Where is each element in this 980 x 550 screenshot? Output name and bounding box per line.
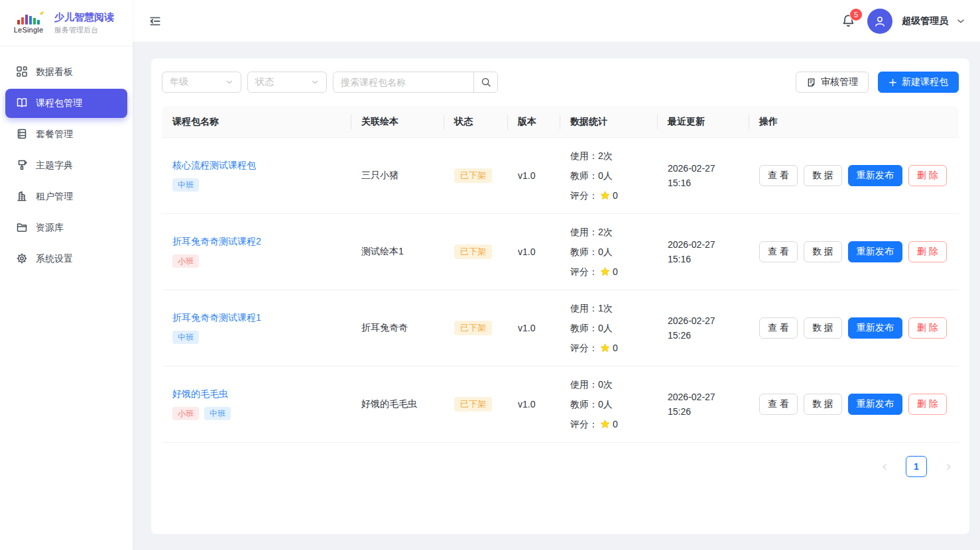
teacher-count: 0人 bbox=[598, 318, 613, 338]
data-button[interactable]: 数 据 bbox=[804, 241, 842, 262]
linked-book: 折耳兔奇奇 bbox=[351, 322, 444, 334]
tenant-building-icon bbox=[16, 190, 28, 204]
table-row: 折耳兔奇奇测试课程1 中班 折耳兔奇奇 已下架 v1.0 使用：1次 教师：0人… bbox=[162, 290, 959, 366]
table-row: 好饿的毛毛虫 小班 中班 好饿的毛毛虫 已下架 v1.0 使用：0次 教师：0人… bbox=[162, 366, 959, 443]
avatar[interactable] bbox=[867, 9, 892, 34]
delete-button[interactable]: 删 除 bbox=[908, 394, 947, 415]
rating-value: 0 bbox=[613, 338, 618, 358]
rating-value: 0 bbox=[613, 414, 618, 434]
create-course-package-button[interactable]: 新建课程包 bbox=[878, 72, 959, 93]
grade-tag: 中班 bbox=[172, 178, 199, 192]
view-button[interactable]: 查 看 bbox=[759, 394, 798, 415]
menu-fold-icon[interactable] bbox=[149, 15, 162, 28]
star-icon bbox=[599, 343, 611, 354]
table-row: 核心流程测试课程包 中班 三只小猪 已下架 v1.0 使用：2次 教师：0人 评… bbox=[162, 138, 959, 214]
package-name-link[interactable]: 核心流程测试课程包 bbox=[172, 160, 340, 172]
sidebar-item-theme-dictionary[interactable]: 主题字典 bbox=[5, 151, 127, 180]
current-user-name[interactable]: 超级管理员 bbox=[902, 15, 948, 27]
updated-time: 15:16 bbox=[668, 176, 738, 190]
sidebar-item-tenants[interactable]: 租户管理 bbox=[5, 182, 127, 211]
package-icon bbox=[16, 128, 28, 142]
sidebar-item-label: 主题字典 bbox=[36, 160, 73, 172]
dashboard-icon bbox=[16, 66, 28, 80]
delete-button[interactable]: 删 除 bbox=[908, 241, 947, 262]
chevron-down-icon bbox=[225, 78, 233, 86]
sidebar-item-label: 资源库 bbox=[36, 222, 64, 234]
column-header: 版本 bbox=[507, 116, 560, 128]
table-header-row: 课程包名称 关联绘本 状态 版本 数据统计 最近更新 操作 bbox=[162, 106, 959, 138]
view-button[interactable]: 查 看 bbox=[759, 317, 798, 339]
updated-time: 15:26 bbox=[668, 404, 738, 419]
status-badge: 已下架 bbox=[454, 168, 492, 183]
top-header: 5 超级管理员 bbox=[133, 0, 980, 42]
updated-date: 2026-02-27 bbox=[668, 313, 738, 328]
sidebar-item-resources[interactable]: 资源库 bbox=[5, 213, 127, 243]
course-package-table: 课程包名称 关联绘本 状态 版本 数据统计 最近更新 操作 核心流程测试课程包 … bbox=[162, 106, 959, 443]
search-icon[interactable] bbox=[473, 72, 497, 92]
data-button[interactable]: 数 据 bbox=[804, 317, 842, 339]
course-package-panel: 年级 状态 审核管理 新建课程包 bbox=[151, 58, 969, 534]
teacher-count: 0人 bbox=[598, 166, 613, 186]
page-number-current[interactable]: 1 bbox=[906, 456, 927, 477]
pagination: 1 bbox=[162, 456, 959, 477]
sidebar-item-label: 数据看板 bbox=[36, 66, 73, 78]
search-box bbox=[333, 72, 498, 93]
delete-button[interactable]: 删 除 bbox=[908, 317, 947, 339]
app-title: 少儿智慧阅读 bbox=[54, 11, 114, 24]
package-name-link[interactable]: 折耳兔奇奇测试课程2 bbox=[172, 236, 340, 248]
republish-button[interactable]: 重新发布 bbox=[848, 317, 902, 339]
star-icon bbox=[599, 419, 611, 430]
search-input[interactable] bbox=[334, 72, 473, 92]
usage-count: 2次 bbox=[598, 222, 613, 242]
usage-count: 2次 bbox=[598, 146, 613, 166]
linked-book: 测试绘本1 bbox=[351, 246, 444, 258]
sidebar-menu: 数据看板 课程包管理 套餐管理 主题字典 租户管理 资源库 系统设置 bbox=[0, 46, 133, 274]
status-badge: 已下架 bbox=[454, 397, 492, 412]
republish-button[interactable]: 重新发布 bbox=[848, 165, 902, 186]
filter-bar: 年级 状态 审核管理 新建课程包 bbox=[162, 72, 959, 93]
status-badge: 已下架 bbox=[454, 245, 492, 259]
sidebar-item-course-packages[interactable]: 课程包管理 bbox=[5, 89, 127, 118]
package-name-link[interactable]: 折耳兔奇奇测试课程1 bbox=[172, 312, 340, 324]
data-button[interactable]: 数 据 bbox=[804, 394, 842, 415]
package-name-link[interactable]: 好饿的毛毛虫 bbox=[172, 388, 340, 400]
column-header: 状态 bbox=[444, 116, 507, 128]
sidebar-item-settings[interactable]: 系统设置 bbox=[5, 245, 127, 274]
chevron-down-icon[interactable] bbox=[956, 17, 965, 26]
sidebar-item-label: 租户管理 bbox=[36, 191, 73, 203]
grade-tag: 中班 bbox=[204, 407, 231, 420]
audit-icon bbox=[806, 78, 816, 87]
data-button[interactable]: 数 据 bbox=[804, 165, 842, 186]
sidebar-item-label: 套餐管理 bbox=[36, 129, 73, 140]
republish-button[interactable]: 重新发布 bbox=[848, 241, 902, 262]
plus-icon bbox=[888, 78, 897, 87]
column-header: 课程包名称 bbox=[162, 116, 351, 128]
sidebar-item-dashboard[interactable]: 数据看板 bbox=[5, 58, 127, 87]
grade-tag: 中班 bbox=[172, 331, 199, 344]
status-badge: 已下架 bbox=[454, 321, 492, 335]
star-icon bbox=[599, 190, 611, 201]
notification-bell-icon[interactable]: 5 bbox=[841, 14, 855, 28]
version: v1.0 bbox=[507, 399, 560, 410]
rating-value: 0 bbox=[613, 262, 618, 282]
prev-page-icon[interactable] bbox=[874, 456, 895, 477]
app-subtitle: 服务管理后台 bbox=[54, 25, 114, 35]
view-button[interactable]: 查 看 bbox=[759, 241, 798, 262]
updated-time: 15:16 bbox=[668, 252, 738, 266]
teacher-count: 0人 bbox=[598, 394, 613, 414]
audit-manage-button[interactable]: 审核管理 bbox=[796, 72, 869, 93]
grade-select[interactable]: 年级 bbox=[162, 72, 241, 93]
sidebar-item-plans[interactable]: 套餐管理 bbox=[5, 120, 127, 149]
status-select[interactable]: 状态 bbox=[247, 72, 327, 93]
folder-icon bbox=[16, 221, 28, 235]
column-header: 关联绘本 bbox=[351, 116, 444, 128]
view-button[interactable]: 查 看 bbox=[759, 165, 798, 186]
brand-logo: LeSingle 少儿智慧阅读 服务管理后台 bbox=[0, 0, 133, 46]
republish-button[interactable]: 重新发布 bbox=[848, 394, 902, 415]
version: v1.0 bbox=[507, 323, 560, 333]
delete-button[interactable]: 删 除 bbox=[908, 165, 947, 186]
notification-badge: 5 bbox=[850, 9, 862, 21]
updated-date: 2026-02-27 bbox=[668, 237, 738, 252]
next-page-icon[interactable] bbox=[938, 456, 959, 477]
teacher-count: 0人 bbox=[598, 242, 613, 262]
